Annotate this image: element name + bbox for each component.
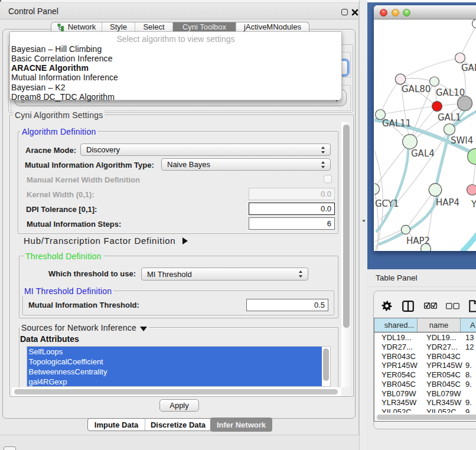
- mi-type-combo[interactable]: Naive Bayes: [161, 158, 331, 171]
- attributes-scrollbar[interactable]: [322, 348, 330, 386]
- settings-vscrollbar-thumb[interactable]: [343, 125, 350, 328]
- cell-third[interactable]: 8.: [465, 370, 472, 380]
- node-pink[interactable]: [467, 185, 476, 195]
- list-item-gal4rgexp[interactable]: gal4RGexp: [27, 377, 322, 387]
- list-item-betweennesscentrality[interactable]: BetweennessCentrality: [27, 367, 322, 377]
- cell-name[interactable]: YBL079W: [426, 389, 461, 399]
- tab-impute-data[interactable]: Impute Data: [88, 419, 145, 431]
- table-row[interactable]: YLR345WYLR345W9.: [374, 398, 476, 407]
- node-gal10[interactable]: [430, 77, 439, 86]
- panel-corner-button[interactable]: [4, 446, 16, 450]
- cell-third[interactable]: 9.: [465, 380, 472, 389]
- mi-steps-field[interactable]: 6: [249, 217, 335, 230]
- table-horizontal-scrollbar[interactable]: [374, 414, 476, 421]
- column-header-shared-name[interactable]: shared...: [374, 318, 418, 332]
- cell-shared-name[interactable]: YBR043C: [382, 352, 416, 361]
- dropdown-item-bayesian-k2[interactable]: Bayesian – K2: [11, 83, 340, 92]
- tab-select[interactable]: Select: [135, 22, 173, 31]
- float-window-icon[interactable]: [341, 9, 348, 15]
- dropdown-item-aracne[interactable]: ARACNE Algorithm: [11, 63, 340, 73]
- dropdown-item-dream8[interactable]: Dream8 DC_TDC Algorithm: [11, 92, 340, 102]
- node-gal1-red[interactable]: [432, 102, 442, 112]
- node-cut-topright[interactable]: [472, 19, 476, 28]
- cell-shared-name[interactable]: YIL052C: [382, 407, 412, 413]
- dpi-tolerance-field[interactable]: 0.0: [249, 203, 335, 215]
- network-view-window[interactable]: GAL GAL80 GAL10 GAL1 GAL11 GAL4 SWI4 GCY…: [374, 5, 476, 251]
- table-hscrollbar-thumb[interactable]: [377, 415, 476, 420]
- list-item-selfloops[interactable]: SelfLoops: [27, 347, 322, 357]
- which-threshold-combo[interactable]: MI Threshold: [141, 268, 308, 281]
- hub-definition-toggle[interactable]: Hub/Transcription Factor Definition: [24, 236, 188, 246]
- minimize-window-icon[interactable]: [392, 9, 399, 17]
- node-gal80[interactable]: [395, 74, 406, 84]
- table-row[interactable]: YBR045CYBR045C9.: [374, 380, 476, 389]
- table-row[interactable]: YIL052CYIL052C9: [374, 407, 476, 413]
- mi-threshold-field[interactable]: 0.5: [246, 299, 328, 311]
- node-hap4[interactable]: [429, 184, 442, 197]
- cell-name[interactable]: YDR27...: [426, 343, 458, 352]
- settings-vertical-scrollbar[interactable]: [341, 122, 351, 396]
- table-row[interactable]: YBL079WYBL079W: [374, 389, 476, 399]
- split-view-icon[interactable]: [402, 301, 414, 312]
- dropdown-item-bayesian-hill-climbing[interactable]: Bayesian – Hill Climbing: [11, 44, 340, 54]
- cell-name[interactable]: YPR145W: [426, 361, 462, 370]
- cell-shared-name[interactable]: YBR045C: [382, 380, 416, 389]
- network-canvas[interactable]: GAL GAL80 GAL10 GAL1 GAL11 GAL4 SWI4 GCY…: [374, 19, 476, 251]
- column-header-name[interactable]: name: [418, 318, 461, 332]
- tab-style[interactable]: Style: [102, 22, 135, 31]
- column-header-third[interactable]: A: [461, 318, 476, 332]
- close-panel-icon[interactable]: [351, 9, 358, 16]
- cell-shared-name[interactable]: YPR145W: [382, 361, 418, 370]
- cell-shared-name[interactable]: YER054C: [382, 370, 416, 380]
- dropdown-item-mutual-information[interactable]: Mutual Information Inference: [11, 73, 340, 82]
- cell-shared-name[interactable]: YDR27...: [382, 343, 413, 352]
- tab-cyni-toolbox[interactable]: Cyni Toolbox: [173, 22, 236, 31]
- tab-network[interactable]: Network: [51, 22, 102, 31]
- cell-shared-name[interactable]: YLR345W: [382, 398, 416, 407]
- apply-button[interactable]: Apply: [159, 399, 199, 412]
- tab-jactivemnodules[interactable]: jActiveMNodules: [236, 22, 309, 31]
- cell-name[interactable]: YLR345W: [426, 398, 461, 407]
- attributes-scrollbar-thumb[interactable]: [323, 348, 329, 381]
- cell-name[interactable]: YER054C: [426, 370, 461, 380]
- settings-hscrollbar-thumb[interactable]: [14, 389, 338, 394]
- divider-collapse-icon[interactable]: ◂: [362, 217, 365, 223]
- cell-third[interactable]: 12: [465, 343, 474, 352]
- network-window-titlebar[interactable]: [374, 5, 476, 19]
- gear-icon[interactable]: [382, 301, 392, 311]
- cell-third[interactable]: 13: [465, 333, 474, 343]
- node-hap2[interactable]: [401, 225, 410, 234]
- node-gal-cut[interactable]: [455, 53, 465, 63]
- cell-name[interactable]: YIL052C: [426, 407, 457, 413]
- document-icon[interactable]: [469, 300, 476, 312]
- manual-kernel-checkbox[interactable]: [324, 175, 332, 183]
- kernel-width-field[interactable]: 0.0: [249, 188, 335, 200]
- cell-third[interactable]: 9.: [465, 361, 472, 370]
- aracne-mode-combo[interactable]: Discovery: [80, 144, 331, 156]
- table-row[interactable]: YDL19...YDL19...13: [374, 333, 476, 343]
- node-gal4[interactable]: [403, 135, 418, 149]
- zoom-window-icon[interactable]: [403, 9, 410, 17]
- tab-infer-network[interactable]: Infer Network: [210, 418, 272, 432]
- cell-name[interactable]: YBR045C: [426, 380, 461, 389]
- node-swi4[interactable]: [444, 124, 455, 135]
- table-row[interactable]: YPR145WYPR145W9.: [374, 361, 476, 370]
- cell-shared-name[interactable]: YDL19...: [382, 333, 412, 343]
- cell-name[interactable]: YBR043C: [426, 352, 461, 361]
- checked-columns-icon[interactable]: [424, 302, 437, 309]
- node-gcy1[interactable]: [374, 184, 380, 195]
- close-window-icon[interactable]: [380, 9, 387, 17]
- node-gray[interactable]: [458, 96, 472, 111]
- split-divider[interactable]: ◂: [359, 0, 367, 450]
- table-row[interactable]: YDR27...YDR27...12: [374, 343, 476, 352]
- settings-horizontal-scrollbar[interactable]: [12, 387, 341, 396]
- list-item-topologicalcoefficient[interactable]: TopologicalCoefficient: [27, 357, 322, 367]
- cell-third[interactable]: 9.: [465, 398, 472, 407]
- table-row[interactable]: YBR043CYBR043C: [374, 352, 476, 361]
- table-row[interactable]: YER054CYER054C8.: [374, 370, 476, 380]
- cell-third[interactable]: 9: [465, 407, 470, 413]
- cell-name[interactable]: YDL19...: [426, 333, 457, 343]
- dropdown-item-basic-correlation[interactable]: Basic Correlation Inference: [11, 54, 340, 63]
- unchecked-columns-icon[interactable]: [446, 303, 459, 309]
- tab-discretize-data[interactable]: Discretize Data: [145, 419, 211, 431]
